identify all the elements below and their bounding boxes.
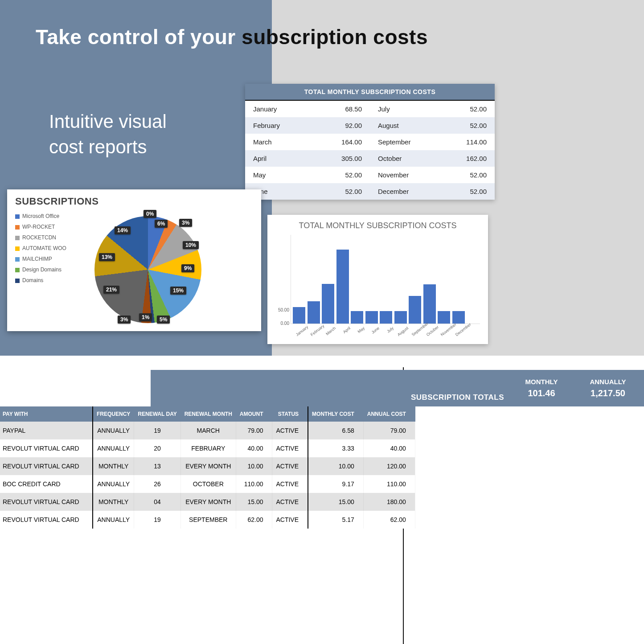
bar — [365, 311, 378, 324]
table-cell: 10.00 — [236, 457, 272, 475]
x-tick-label: November — [440, 326, 452, 337]
table-cell: 20 — [134, 439, 180, 457]
bar — [423, 284, 436, 324]
pie-slice-label: 6% — [155, 220, 168, 228]
column-header: STATUS — [272, 406, 308, 422]
pie-slice-label: 15% — [170, 287, 186, 295]
subcopy-line: Intuitive visual — [49, 109, 167, 135]
bar — [380, 311, 392, 324]
month-row: November52.00 — [370, 167, 495, 183]
bar — [394, 311, 407, 324]
month-row: March164.00 — [245, 134, 370, 150]
legend-item: MAILCHIMP — [15, 254, 78, 264]
annual-heading: ANNUALLY — [579, 378, 637, 386]
table-cell: 180.00 — [363, 493, 415, 511]
hero-title: Take control of your subscription costs — [36, 25, 428, 49]
pie-slice-label: 14% — [115, 226, 131, 234]
bar — [336, 250, 349, 324]
table-cell: MARCH — [180, 422, 236, 439]
legend-item: Microsoft Office — [15, 211, 78, 222]
table-cell: REVOLUT VIRTUAL CARD — [0, 511, 93, 529]
table-cell: 13 — [134, 457, 180, 475]
month-row: January68.50 — [245, 101, 370, 117]
hero-title-light: Take control of your — [36, 25, 242, 49]
bar — [438, 311, 450, 324]
x-tick-label: February — [309, 326, 322, 337]
column-header: AMOUNT — [236, 406, 272, 422]
bar — [351, 311, 363, 324]
month-row: April305.00 — [245, 150, 370, 167]
x-tick-label: March — [324, 326, 336, 337]
y-tick: 50.00 — [274, 308, 289, 312]
bar — [308, 301, 320, 324]
table-row: PAYPALANNUALLY19MARCH79.00ACTIVE6.5879.0… — [0, 422, 415, 439]
month-row: July52.00 — [370, 101, 495, 117]
table-cell: FEBRUARY — [180, 439, 236, 457]
bar — [293, 307, 305, 324]
table-cell: ACTIVE — [272, 439, 308, 457]
legend-item: Design Domains — [15, 264, 78, 275]
pie-title: SUBSCRIPTIONS — [15, 196, 253, 207]
month-row: May52.00 — [245, 167, 370, 183]
month-row: October162.00 — [370, 150, 495, 167]
totals-strip: SUBSCRIPTION TOTALS MONTHLY 101.46 ANNUA… — [151, 370, 644, 406]
month-row: December52.00 — [370, 183, 495, 200]
pie-slice-label: 21% — [103, 286, 119, 294]
table-cell: ACTIVE — [272, 475, 308, 493]
y-tick: 0.00 — [274, 321, 289, 326]
table-cell: 19 — [134, 422, 180, 439]
table-cell: 9.17 — [308, 475, 363, 493]
month-row: February92.00 — [245, 117, 370, 134]
table-row: REVOLUT VIRTUAL CARDANNUALLY19SEPTEMBER6… — [0, 511, 415, 529]
bar-title: TOTAL MONTHLY SUBSCRIPTION COSTS — [274, 221, 482, 230]
table-cell: 120.00 — [363, 457, 415, 475]
table-cell: 62.00 — [363, 511, 415, 529]
pie-slice-label: 0% — [144, 210, 156, 218]
x-tick-label: October — [425, 326, 438, 337]
monthly-heading: MONTHLY — [515, 378, 568, 386]
bar-chart: 0.00 50.00 — [291, 235, 480, 324]
monthly-costs-table: TOTAL MONTHLY SUBSCRIPTION COSTS January… — [245, 84, 495, 200]
table-cell: 3.33 — [308, 439, 363, 457]
legend-item: Domains — [15, 275, 78, 286]
table-cell: 79.00 — [363, 422, 415, 439]
table-cell: 15.00 — [308, 493, 363, 511]
table-cell: PAYPAL — [0, 422, 93, 439]
pie-slice-label: 3% — [179, 219, 192, 227]
table-cell: 5.17 — [308, 511, 363, 529]
pie-slice-label: 13% — [99, 253, 115, 261]
legend-item: AUTOMATE WOO — [15, 243, 78, 254]
table-cell: 40.00 — [363, 439, 415, 457]
pie-chart: 0%6%3%10%9%15%5%1%3%21%13%14% — [86, 211, 206, 331]
table-cell: REVOLUT VIRTUAL CARD — [0, 493, 93, 511]
x-tick-label: June — [367, 326, 380, 337]
month-row: September114.00 — [370, 134, 495, 150]
hero-title-dark: subscription costs — [242, 25, 428, 49]
pie-slice-label: 9% — [181, 264, 194, 272]
table-cell: EVERY MONTH — [180, 457, 236, 475]
x-tick-label: August — [396, 326, 409, 337]
table-cell: ACTIVE — [272, 493, 308, 511]
table-cell: ACTIVE — [272, 511, 308, 529]
table-cell: EVERY MONTH — [180, 493, 236, 511]
column-header: RENEWAL DAY — [134, 406, 180, 422]
table-cell: SEPTEMBER — [180, 511, 236, 529]
subcopy-line: cost reports — [49, 135, 167, 160]
table-cell: MONTHLY — [93, 457, 134, 475]
table-row: BOC CREDIT CARDANNUALLY26OCTOBER110.00AC… — [0, 475, 415, 493]
table-cell: 10.00 — [308, 457, 363, 475]
table-cell: 26 — [134, 475, 180, 493]
totals-label: SUBSCRIPTION TOTALS — [411, 393, 504, 402]
table-cell: 110.00 — [363, 475, 415, 493]
subscription-table: PAY WITHFREQUENCYRENEWAL DAYRENEWAL MONT… — [0, 406, 415, 529]
month-row: June52.00 — [245, 183, 370, 200]
table-row: REVOLUT VIRTUAL CARDANNUALLY20FEBRUARY40… — [0, 439, 415, 457]
subscriptions-pie-card: SUBSCRIPTIONS Microsoft OfficeWP-ROCKETR… — [7, 189, 261, 331]
x-tick-label: December — [454, 326, 467, 337]
table-cell: ANNUALLY — [93, 511, 134, 529]
table-cell: ACTIVE — [272, 457, 308, 475]
pie-slice-label: 1% — [139, 313, 152, 321]
table-cell: 19 — [134, 511, 180, 529]
table-cell: 110.00 — [236, 475, 272, 493]
column-header: FREQUENCY — [93, 406, 134, 422]
